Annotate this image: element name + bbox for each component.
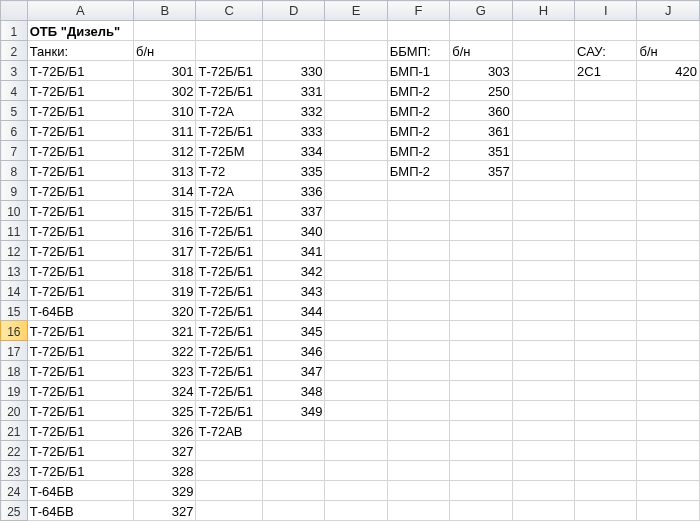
cell-H15[interactable]	[512, 301, 574, 321]
cell-D13[interactable]: 342	[262, 261, 324, 281]
row-header-17[interactable]: 17	[1, 341, 28, 361]
column-header-I[interactable]: I	[575, 1, 637, 21]
cell-F24[interactable]	[387, 481, 449, 501]
cell-I22[interactable]	[575, 441, 637, 461]
cell-J19[interactable]	[637, 381, 700, 401]
cell-F9[interactable]	[387, 181, 449, 201]
cell-H24[interactable]	[512, 481, 574, 501]
cell-H4[interactable]	[512, 81, 574, 101]
cell-E16[interactable]	[325, 321, 387, 341]
cell-C7[interactable]: Т-72БМ	[196, 141, 262, 161]
cell-B11[interactable]: 316	[134, 221, 196, 241]
cell-F21[interactable]	[387, 421, 449, 441]
cell-A12[interactable]: Т-72Б/Б1	[27, 241, 133, 261]
cell-F15[interactable]	[387, 301, 449, 321]
cell-B3[interactable]: 301	[134, 61, 196, 81]
cell-D18[interactable]: 347	[262, 361, 324, 381]
cell-C6[interactable]: Т-72Б/Б1	[196, 121, 262, 141]
cell-H1[interactable]	[512, 21, 574, 41]
cell-A20[interactable]: Т-72Б/Б1	[27, 401, 133, 421]
cell-C13[interactable]: Т-72Б/Б1	[196, 261, 262, 281]
row-header-15[interactable]: 15	[1, 301, 28, 321]
cell-J11[interactable]	[637, 221, 700, 241]
cell-A8[interactable]: Т-72Б/Б1	[27, 161, 133, 181]
cell-A21[interactable]: Т-72Б/Б1	[27, 421, 133, 441]
cell-C17[interactable]: Т-72Б/Б1	[196, 341, 262, 361]
row-header-2[interactable]: 2	[1, 41, 28, 61]
cell-I17[interactable]	[575, 341, 637, 361]
cell-F10[interactable]	[387, 201, 449, 221]
cell-E24[interactable]	[325, 481, 387, 501]
cell-B7[interactable]: 312	[134, 141, 196, 161]
cell-G6[interactable]: 361	[450, 121, 512, 141]
cell-C16[interactable]: Т-72Б/Б1	[196, 321, 262, 341]
cell-I11[interactable]	[575, 221, 637, 241]
cell-A4[interactable]: Т-72Б/Б1	[27, 81, 133, 101]
cell-J6[interactable]	[637, 121, 700, 141]
cell-B19[interactable]: 324	[134, 381, 196, 401]
row-header-19[interactable]: 19	[1, 381, 28, 401]
row-header-7[interactable]: 7	[1, 141, 28, 161]
row-header-20[interactable]: 20	[1, 401, 28, 421]
cell-B5[interactable]: 310	[134, 101, 196, 121]
cell-G11[interactable]	[450, 221, 512, 241]
cell-E21[interactable]	[325, 421, 387, 441]
cell-C12[interactable]: Т-72Б/Б1	[196, 241, 262, 261]
cell-G19[interactable]	[450, 381, 512, 401]
cell-A19[interactable]: Т-72Б/Б1	[27, 381, 133, 401]
cell-B20[interactable]: 325	[134, 401, 196, 421]
cell-G25[interactable]	[450, 501, 512, 521]
column-header-G[interactable]: G	[450, 1, 512, 21]
cell-J15[interactable]	[637, 301, 700, 321]
row-header-14[interactable]: 14	[1, 281, 28, 301]
cell-E13[interactable]	[325, 261, 387, 281]
cell-D17[interactable]: 346	[262, 341, 324, 361]
row-header-6[interactable]: 6	[1, 121, 28, 141]
cell-J5[interactable]	[637, 101, 700, 121]
cell-B13[interactable]: 318	[134, 261, 196, 281]
cell-B24[interactable]: 329	[134, 481, 196, 501]
cell-F2[interactable]: ББМП:	[387, 41, 449, 61]
column-header-D[interactable]: D	[262, 1, 324, 21]
cell-F8[interactable]: БМП-2	[387, 161, 449, 181]
row-header-11[interactable]: 11	[1, 221, 28, 241]
cell-D4[interactable]: 331	[262, 81, 324, 101]
cell-J14[interactable]	[637, 281, 700, 301]
row-header-18[interactable]: 18	[1, 361, 28, 381]
cell-H19[interactable]	[512, 381, 574, 401]
cell-E7[interactable]	[325, 141, 387, 161]
cell-D25[interactable]	[262, 501, 324, 521]
cell-D6[interactable]: 333	[262, 121, 324, 141]
cell-H21[interactable]	[512, 421, 574, 441]
cell-D24[interactable]	[262, 481, 324, 501]
cell-J7[interactable]	[637, 141, 700, 161]
cell-G16[interactable]	[450, 321, 512, 341]
cell-I3[interactable]: 2С1	[575, 61, 637, 81]
row-header-13[interactable]: 13	[1, 261, 28, 281]
cell-J24[interactable]	[637, 481, 700, 501]
cell-F22[interactable]	[387, 441, 449, 461]
cell-J8[interactable]	[637, 161, 700, 181]
cell-G10[interactable]	[450, 201, 512, 221]
cell-J13[interactable]	[637, 261, 700, 281]
cell-E6[interactable]	[325, 121, 387, 141]
cell-I9[interactable]	[575, 181, 637, 201]
cell-G15[interactable]	[450, 301, 512, 321]
cell-D21[interactable]	[262, 421, 324, 441]
cell-I13[interactable]	[575, 261, 637, 281]
cell-D2[interactable]	[262, 41, 324, 61]
cell-I20[interactable]	[575, 401, 637, 421]
cell-C14[interactable]: Т-72Б/Б1	[196, 281, 262, 301]
cell-I4[interactable]	[575, 81, 637, 101]
cell-D15[interactable]: 344	[262, 301, 324, 321]
cell-A7[interactable]: Т-72Б/Б1	[27, 141, 133, 161]
cell-F6[interactable]: БМП-2	[387, 121, 449, 141]
cell-A18[interactable]: Т-72Б/Б1	[27, 361, 133, 381]
cell-I16[interactable]	[575, 321, 637, 341]
cell-I15[interactable]	[575, 301, 637, 321]
cell-H11[interactable]	[512, 221, 574, 241]
cell-C18[interactable]: Т-72Б/Б1	[196, 361, 262, 381]
cell-E3[interactable]	[325, 61, 387, 81]
cell-G4[interactable]: 250	[450, 81, 512, 101]
cell-I24[interactable]	[575, 481, 637, 501]
